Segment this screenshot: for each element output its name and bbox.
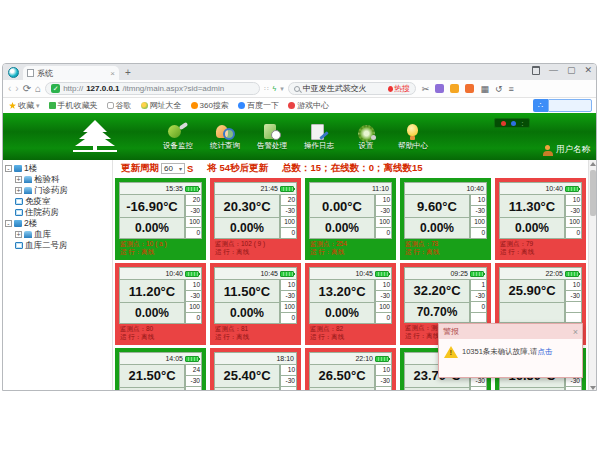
tree-expander-icon[interactable]: - bbox=[5, 165, 12, 172]
menu-item[interactable]: 统计查询 bbox=[208, 123, 242, 151]
tree-expander-icon[interactable]: + bbox=[15, 231, 22, 238]
menu-item[interactable]: 操作日志 bbox=[302, 123, 336, 151]
hum-low-limit bbox=[565, 313, 582, 324]
forward-icon[interactable]: › bbox=[15, 84, 18, 94]
temp-high-limit: 1 bbox=[470, 279, 487, 291]
maximize-button[interactable]: ▢ bbox=[567, 66, 576, 75]
tree-expander-icon[interactable]: + bbox=[15, 187, 22, 194]
addr-caret-icon[interactable]: ▾ bbox=[280, 85, 284, 93]
undo-icon[interactable]: ↺ bbox=[495, 84, 503, 94]
addr-grid-icon[interactable]: ∷ bbox=[264, 85, 268, 93]
browser-window: 系统 × + — ▢ ✕ ‹ › ⟳ ⌂ ✓ http://127.0.0.1/… bbox=[2, 63, 597, 391]
apps-grid-icon[interactable]: ▦ bbox=[480, 84, 489, 94]
tree-logo-icon bbox=[63, 119, 127, 155]
sensor-card[interactable]: 21:45 20.30°C 0.00% 20 -30 100 bbox=[210, 178, 301, 260]
security-shield-icon[interactable] bbox=[450, 84, 459, 93]
back-icon[interactable]: ‹ bbox=[8, 84, 11, 94]
tree-node[interactable]: + 血库 bbox=[3, 229, 112, 240]
cycle-select[interactable]: 60 ▾ bbox=[161, 163, 185, 174]
hot-search-badge[interactable]: 热搜 bbox=[388, 83, 410, 94]
popup-close-icon[interactable]: × bbox=[573, 327, 578, 337]
battery-icon bbox=[185, 356, 199, 362]
temp-low-limit: -30 bbox=[280, 291, 297, 302]
tree-node[interactable]: 住院药房 bbox=[3, 207, 112, 218]
search-query[interactable]: 中亚发生武装交火 bbox=[303, 83, 385, 94]
card-time: 10:45 bbox=[260, 270, 278, 277]
game-center-icon[interactable] bbox=[465, 84, 474, 93]
sensor-card[interactable]: 15:35 -16.90°C 0.00% 20 -30 100 bbox=[115, 178, 206, 260]
bookmark-item[interactable]: 谷歌 bbox=[107, 100, 132, 111]
trash-icon[interactable] bbox=[532, 66, 540, 75]
tree-node[interactable]: 免疫室 bbox=[3, 196, 112, 207]
scrollbar-thumb[interactable] bbox=[590, 170, 596, 216]
tab-close-icon[interactable]: × bbox=[110, 69, 115, 78]
limit-column: 20 -30 100 0 bbox=[185, 194, 202, 239]
tree-expander-icon[interactable]: + bbox=[15, 176, 22, 183]
screenshot-icon[interactable]: ✂ bbox=[422, 84, 430, 94]
limit-column: 10 -30 100 0 bbox=[375, 194, 392, 239]
hum-low-limit bbox=[470, 313, 487, 323]
tree-node[interactable]: - 1楼 bbox=[3, 163, 112, 174]
menu-item[interactable]: 设置 bbox=[349, 123, 383, 151]
temperature-value: 13.20°C bbox=[310, 279, 375, 303]
monitor-point-label: 监测点：82 bbox=[310, 325, 391, 333]
bookmark-item[interactable]: 360搜索 bbox=[191, 100, 229, 111]
bookmark-item[interactable]: 网址大全 bbox=[141, 100, 182, 111]
bookmark-item[interactable]: 收藏 ▾ bbox=[9, 100, 40, 111]
tree-expander-icon[interactable]: - bbox=[5, 220, 12, 227]
sensor-card[interactable]: 14:05 21.50°C 24 -30 bbox=[115, 348, 206, 391]
tree-node[interactable]: + 检验科 bbox=[3, 174, 112, 185]
reload-icon[interactable]: ⟳ bbox=[23, 84, 31, 94]
sensor-card[interactable]: 18:10 25.40°C 10 -30 bbox=[210, 348, 301, 391]
site-safety-icon[interactable]: ✓ bbox=[51, 84, 60, 93]
sensor-card[interactable]: 10:40 11.30°C 0.00% 10 -30 100 bbox=[495, 178, 586, 260]
scroll-up-icon[interactable] bbox=[590, 162, 596, 166]
sensor-card[interactable]: 10:45 13.20°C 0.00% 10 -30 100 bbox=[305, 263, 396, 345]
card-time: 15:35 bbox=[165, 185, 183, 192]
card-time-bar: 09:25 bbox=[404, 267, 487, 279]
vertical-scrollbar[interactable] bbox=[588, 160, 596, 391]
card-time: 10:45 bbox=[355, 270, 373, 277]
close-button[interactable]: ✕ bbox=[584, 66, 592, 75]
bookmark-item[interactable]: 百度一下 bbox=[238, 100, 279, 111]
menu-icon[interactable]: ≡ bbox=[508, 84, 513, 94]
scroll-down-icon[interactable] bbox=[590, 386, 596, 390]
share-cluster-icon[interactable]: ∴ bbox=[533, 99, 548, 112]
tree-node[interactable]: + 门诊药房 bbox=[3, 185, 112, 196]
new-tab-button[interactable]: + bbox=[119, 67, 137, 80]
card-time-bar: 11:10 bbox=[309, 182, 392, 194]
hum-high-limit bbox=[280, 387, 297, 391]
sensor-card[interactable]: 22:10 26.50°C 10 -30 bbox=[305, 348, 396, 391]
bookmarks-bar: 收藏 ▾ 手机收藏夹 谷歌 网址大全 360搜索 百度一下 bbox=[3, 98, 596, 113]
search-box[interactable]: 中亚发生武装交火 热搜 bbox=[288, 82, 416, 95]
bookmark-item[interactable]: 手机收藏夹 bbox=[49, 100, 98, 111]
battery-icon bbox=[375, 356, 389, 362]
bookmark-item[interactable]: 游戏中心 bbox=[288, 100, 329, 111]
temp-low-limit: -30 bbox=[470, 206, 487, 217]
card-time: 09:25 bbox=[450, 270, 468, 277]
temperature-value: 11.50°C bbox=[215, 279, 280, 303]
user-box[interactable]: 用户名称 bbox=[542, 144, 590, 156]
alarm-popup-link[interactable]: 点击 bbox=[537, 347, 552, 356]
address-bar[interactable]: ✓ http://127.0.0.1/itmng/main.aspx?sid=a… bbox=[45, 82, 260, 95]
browser-logo-icon[interactable] bbox=[8, 67, 19, 78]
minimize-button[interactable]: — bbox=[549, 66, 558, 75]
login-input[interactable] bbox=[548, 99, 592, 112]
tree-node[interactable]: - 2楼 bbox=[3, 218, 112, 229]
sensor-card[interactable]: 11:10 0.00°C 0.00% 10 -30 100 bbox=[305, 178, 396, 260]
addr-flash-icon[interactable]: ϟ bbox=[273, 85, 277, 92]
sensor-card[interactable]: 10:40 11.20°C 0.00% 10 -30 100 bbox=[115, 263, 206, 345]
header-status-widget[interactable]: ∶ bbox=[494, 118, 530, 128]
menu-item[interactable]: 帮助中心 bbox=[396, 123, 430, 151]
login-widget[interactable]: ∴ bbox=[533, 99, 592, 112]
temp-high-limit: 10 bbox=[470, 194, 487, 206]
extension-icon[interactable] bbox=[435, 84, 444, 93]
tree-node[interactable]: 血库二号房 bbox=[3, 240, 112, 251]
browser-tab[interactable]: 系统 × bbox=[23, 66, 119, 80]
menu-item[interactable]: 告警处理 bbox=[255, 123, 289, 151]
sensor-card[interactable]: 10:40 9.60°C 0.00% 10 -30 100 bbox=[400, 178, 491, 260]
menu-item[interactable]: 设备监控 bbox=[161, 123, 195, 151]
home-icon[interactable]: ⌂ bbox=[35, 84, 41, 94]
sensor-card[interactable]: 10:45 11.50°C 0.00% 10 -30 100 bbox=[210, 263, 301, 345]
app-logo bbox=[55, 117, 135, 157]
